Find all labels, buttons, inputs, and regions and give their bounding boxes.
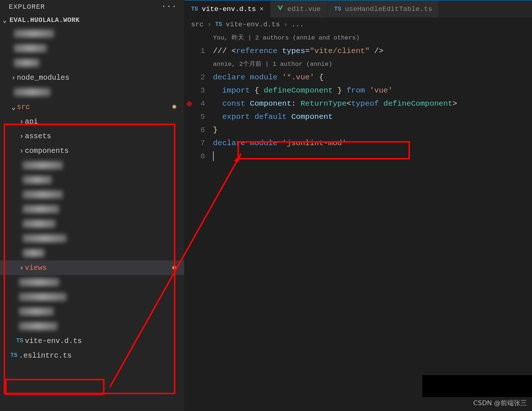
tree-item-blur[interactable] [0, 85, 184, 99]
line-number[interactable]: 7 [185, 137, 205, 150]
code-line[interactable] [213, 150, 532, 163]
codelens-annotation[interactable]: You, 昨天 | 2 authors (annie and others) [213, 31, 532, 45]
code-line[interactable]: } [213, 124, 532, 137]
tree-item-assets[interactable]: › assets [0, 129, 184, 143]
code-lines[interactable]: You, 昨天 | 2 authors (annie and others) /… [213, 31, 532, 163]
redaction-overlay [422, 375, 532, 397]
tree-item-blur[interactable] [0, 290, 184, 304]
vue-file-icon [277, 5, 284, 14]
explorer-sidebar: EXPLORER ··· ⌄ EVAL.HUOLALA.WORK › node_… [0, 0, 185, 411]
ts-file-icon: TS [15, 338, 25, 344]
code-line[interactable]: /// <reference types="vite/client" /> [213, 45, 532, 58]
chevron-right-icon: › [18, 117, 25, 126]
tree-label: node_modules [17, 73, 69, 82]
tab-bar: TS vite-env.d.ts × edit.vue TS useHandle… [185, 0, 532, 18]
tree-label: api [25, 117, 38, 126]
tab-edit-vue[interactable]: edit.vue [270, 1, 327, 18]
file-tree: › node_modules ⌄ src › api › assets › co… [0, 26, 184, 411]
chevron-right-icon: › [18, 132, 25, 140]
code-line[interactable]: export default Component [213, 110, 532, 124]
line-number[interactable]: 1 [185, 45, 205, 58]
line-number[interactable]: 3 [185, 84, 205, 97]
breadcrumb[interactable]: src › TS vite-env.d.ts › ... [185, 18, 532, 31]
tree-item-views[interactable]: › views [0, 260, 184, 275]
tree-item-blur[interactable] [0, 26, 184, 41]
tree-item-blur[interactable] [0, 187, 184, 202]
modified-indicator-icon [172, 105, 176, 109]
line-gutter: 1 2 3 4 5 6 7 8 [185, 31, 213, 163]
tree-item-vite-env[interactable]: TS vite-env.d.ts [0, 333, 184, 348]
line-number[interactable]: 8 [185, 150, 205, 163]
project-name-label: EVAL.HUOLALA.WORK [10, 16, 80, 24]
chevron-down-icon: ⌄ [10, 102, 17, 112]
code-line[interactable]: import { defineComponent } from 'vue' [213, 84, 532, 97]
tree-label: src [17, 103, 30, 111]
tree-item-blur[interactable] [0, 304, 184, 319]
chevron-right-icon: › [18, 264, 25, 272]
line-number[interactable]: 5 [185, 110, 205, 124]
ts-file-icon: TS [191, 6, 198, 12]
codelens-annotation[interactable]: annie, 2个月前 | 1 author (annie) [213, 58, 532, 71]
tree-item-blur[interactable] [0, 246, 184, 260]
modified-indicator-icon [172, 266, 176, 269]
explorer-title: EXPLORER [9, 3, 45, 11]
tree-item-components[interactable]: › components [0, 143, 184, 158]
tree-item-api[interactable]: › api [0, 114, 184, 129]
tree-item-blur[interactable] [0, 202, 184, 216]
tab-label: useHandleEditTable.ts [345, 5, 432, 13]
chevron-right-icon: › [18, 147, 25, 155]
more-icon[interactable]: ··· [161, 5, 177, 9]
code-editor[interactable]: 1 2 3 4 5 6 7 8 You, 昨天 | 2 authors (ann… [185, 31, 532, 163]
tree-item-blur[interactable] [0, 41, 184, 56]
ts-file-icon: TS [334, 6, 341, 12]
tree-item-blur[interactable] [0, 158, 184, 173]
chevron-right-icon: › [10, 73, 17, 82]
tree-item-blur[interactable] [0, 56, 184, 70]
tree-item-node-modules[interactable]: › node_modules [0, 70, 184, 85]
code-line[interactable]: const Component: ReturnType<typeof defin… [213, 97, 532, 110]
tab-label: edit.vue [287, 5, 320, 13]
chevron-down-icon: ⌄ [1, 16, 8, 24]
project-header[interactable]: ⌄ EVAL.HUOLALA.WORK [0, 14, 184, 26]
tree-item-blur[interactable] [0, 275, 184, 290]
close-icon[interactable]: × [259, 5, 263, 13]
tree-label: views [25, 264, 47, 272]
line-number[interactable]: 6 [185, 124, 205, 137]
tree-item-src[interactable]: ⌄ src [0, 99, 184, 114]
breadcrumb-part[interactable]: ... [291, 20, 304, 29]
ts-file-icon: TS [215, 21, 222, 28]
tree-item-blur[interactable] [0, 319, 184, 333]
text-cursor [213, 151, 214, 161]
tab-label: vite-env.d.ts [202, 5, 256, 13]
chevron-right-icon: › [207, 20, 211, 29]
tree-item-blur[interactable] [0, 173, 184, 187]
watermark-text: CSDN @前端张三 [473, 399, 527, 407]
code-line[interactable]: declare module '*.vue' { [213, 71, 532, 84]
tree-item-blur[interactable] [0, 231, 184, 246]
tree-label: assets [25, 132, 51, 140]
code-line[interactable]: declare module 'jsonlint-mod' [213, 137, 532, 150]
chevron-right-icon: › [284, 20, 288, 29]
tree-label: components [25, 147, 69, 155]
breadcrumb-part[interactable]: vite-env.d.ts [226, 20, 280, 29]
line-number[interactable]: 2 [185, 71, 205, 84]
line-number[interactable]: 4 [185, 97, 205, 110]
tree-label: .eslintrc.ts [19, 351, 72, 360]
breadcrumb-part[interactable]: src [191, 20, 204, 29]
tree-item-blur[interactable] [0, 216, 184, 231]
ts-file-icon: TS [9, 352, 19, 359]
tree-label: vite-env.d.ts [25, 337, 82, 345]
tab-usehandle[interactable]: TS useHandleEditTable.ts [327, 1, 439, 18]
tab-vite-env[interactable]: TS vite-env.d.ts × [185, 1, 270, 18]
tree-item-eslintrc[interactable]: TS .eslintrc.ts [0, 348, 184, 363]
editor-region: TS vite-env.d.ts × edit.vue TS useHandle… [185, 0, 532, 411]
